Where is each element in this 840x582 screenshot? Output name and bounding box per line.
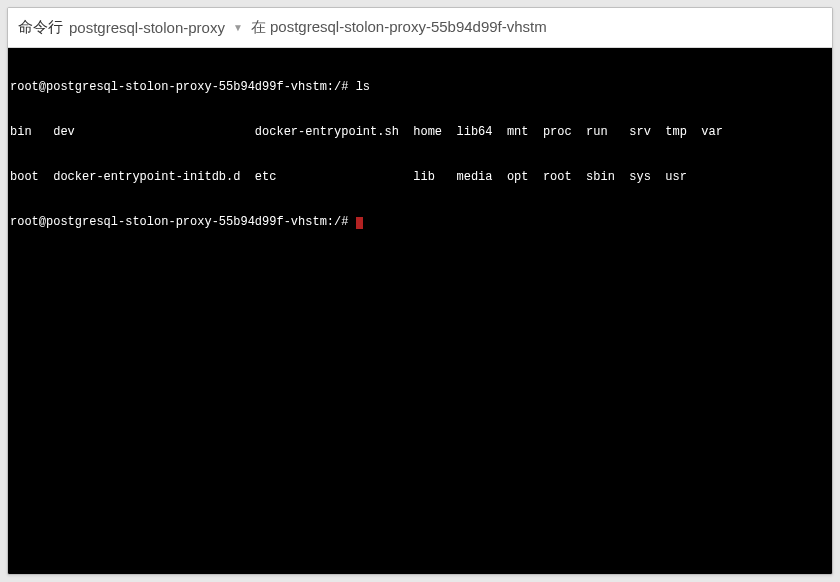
prompt: root@postgresql-stolon-proxy-55b94d99f-v… xyxy=(10,215,356,229)
header-pod-name: 在 postgresql-stolon-proxy-55b94d99f-vhst… xyxy=(251,18,547,37)
header-title: 命令行 xyxy=(18,18,63,37)
dropdown-indicator-icon[interactable]: ▼ xyxy=(231,22,245,33)
ls-output-row-1: bin dev docker-entrypoint.sh home lib64 … xyxy=(10,125,830,140)
terminal-line-1: root@postgresql-stolon-proxy-55b94d99f-v… xyxy=(10,80,830,95)
window-header: 命令行 postgresql-stolon-proxy ▼ 在 postgres… xyxy=(8,8,832,48)
prompt: root@postgresql-stolon-proxy-55b94d99f-v… xyxy=(10,80,356,94)
cursor xyxy=(356,217,363,229)
terminal-window: 命令行 postgresql-stolon-proxy ▼ 在 postgres… xyxy=(7,7,833,575)
header-app-name[interactable]: postgresql-stolon-proxy xyxy=(69,19,225,36)
command: ls xyxy=(356,80,370,94)
terminal-area[interactable]: root@postgresql-stolon-proxy-55b94d99f-v… xyxy=(8,48,832,574)
terminal-line-4: root@postgresql-stolon-proxy-55b94d99f-v… xyxy=(10,215,830,230)
ls-output-row-2: boot docker-entrypoint-initdb.d etc lib … xyxy=(10,170,830,185)
